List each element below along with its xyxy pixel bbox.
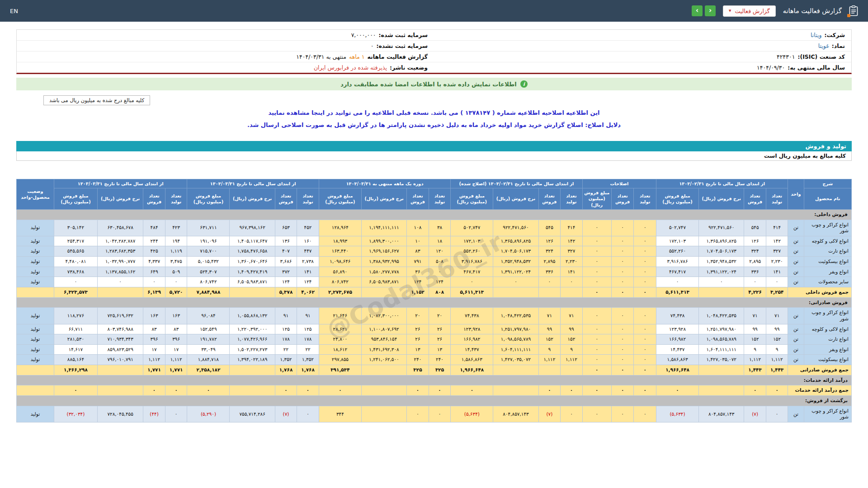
subcolumn-header: مبلغ فروش (میلیون ریال) xyxy=(451,188,493,210)
value-cell: ۱,۰۷۷,۴۲۶,۹۶۶ xyxy=(230,334,275,345)
value-cell: ۳۲۴ xyxy=(744,246,766,257)
value-cell: ۱۹۱,۰۹۶ xyxy=(187,236,230,246)
unit-cell: تن xyxy=(788,355,804,365)
value-cell: ۱۷۸ xyxy=(275,334,297,345)
value-cell: ۱۲۴ xyxy=(275,277,297,287)
value-cell: ۹۹ xyxy=(538,324,561,334)
product-name-cell: انواع بیسکوئیت xyxy=(804,257,851,267)
value-cell: ۱,۱۳۷,۸۵۵,۱۶۲ xyxy=(98,267,143,277)
unit-cell: تن xyxy=(788,308,804,324)
value-cell: (۵,۶۳۴) xyxy=(451,406,493,422)
value-cell: ۰ xyxy=(634,344,656,355)
value-cell: ۶,۱۳۹ xyxy=(143,287,165,298)
value-cell: ۶۳۰,۴۵۸,۶۷۸ xyxy=(98,220,143,236)
company-link[interactable]: ویتانا xyxy=(811,32,821,38)
period-group-header: دوره یک ماهه منتهی به ۱۴۰۴/۰۳/۳۱ xyxy=(319,179,450,188)
value-cell: ۰ xyxy=(611,277,634,287)
value-cell: ۱,۹۶۶,۶۴۸ xyxy=(656,365,699,375)
value-cell: ۰ xyxy=(634,324,656,334)
value-cell xyxy=(561,287,583,298)
value-cell: ۱۴,۶۱۷ xyxy=(54,344,97,355)
value-cell: ۱,۲۲۰,۳۹۲,۰۰۰ xyxy=(230,324,275,334)
report-period-rest: منتهی به ۱۴۰۴/۰۳/۳۱ xyxy=(296,53,346,60)
value-cell: (۷) xyxy=(744,406,766,422)
value-cell: ۳۲۵ xyxy=(429,365,451,375)
value-cell: ۱,۰۸۲,۳۰۰,۰۰۰ xyxy=(361,308,406,324)
value-cell: ۱,۴۰۹,۴۲۷,۴۱۹ xyxy=(230,267,275,277)
symbol-link[interactable]: غویتا xyxy=(818,42,829,49)
value-cell: ۵۴۵ xyxy=(744,220,766,236)
value-cell: ۴۱۴ xyxy=(561,220,583,236)
value-cell: ۵۰۹ xyxy=(165,267,187,277)
value-cell: ۱۳۶ xyxy=(275,236,297,246)
value-cell: ۳۳۶ xyxy=(744,267,766,277)
value-cell: ۱,۱۰۰,۸۰۷,۶۹۲ xyxy=(361,324,406,334)
language-en-link[interactable]: EN xyxy=(10,8,18,14)
value-cell: ۷۱ xyxy=(561,308,583,324)
value-cell: ۹۱ xyxy=(297,308,319,324)
value-cell: ۰ xyxy=(611,308,634,324)
value-cell: ۳۲۷ xyxy=(561,246,583,257)
status-cell: تولید xyxy=(17,344,54,355)
value-cell: ۶,۵۰۵,۹۸۳,۸۷۱ xyxy=(361,277,406,287)
status-cell: تولید xyxy=(17,277,54,287)
value-cell: ۱,۳۶۰,۶۷۰,۶۴۶ xyxy=(230,257,275,267)
value-cell: ۵۴۵ xyxy=(538,220,561,236)
value-cell: ۱,۹۶۹,۱۵۶,۶۲۷ xyxy=(361,246,406,257)
report-type-dropdown[interactable]: گزارش فعالیت ▼ xyxy=(723,5,776,17)
page-content: شرکت: ویتانا سرمایه ثبت شده: ۷,۰۰۰,۰۰۰ ن… xyxy=(0,22,868,422)
production-sales-section-header: تولید و فروش xyxy=(16,141,852,151)
page-title: گزارش فعالیت ماهانه xyxy=(783,7,842,14)
value-cell: ۹۱ xyxy=(275,308,297,324)
section-label: درآمد ارائه خدمات: xyxy=(17,375,852,385)
value-cell: ۴,۰۶۲ xyxy=(297,287,319,298)
value-cell: ۰ xyxy=(54,277,97,287)
value-cell: ۳,۶۸۶ xyxy=(275,257,297,267)
value-cell: ۰ xyxy=(98,277,143,287)
value-cell xyxy=(230,365,275,375)
value-cell: ۸۵۹,۸۲۳,۵۲۹ xyxy=(98,344,143,355)
value-cell xyxy=(361,365,406,375)
value-cell: ۴۶۷,۴۱۷ xyxy=(451,267,493,277)
status-cell: تولید xyxy=(17,355,54,365)
product-row: انواع لاکی و کلوچهتن۱۴۲۱۲۶۱,۳۶۵,۸۹۶,۸۲۵۱… xyxy=(17,236,852,246)
value-cell: ۱۲۵ xyxy=(297,324,319,334)
value-cell xyxy=(493,287,538,298)
value-cell: ۵,۳۷۸ xyxy=(275,287,297,298)
value-cell: ۰ xyxy=(634,246,656,257)
subcolumn-header: تعداد تولید xyxy=(429,188,451,210)
value-cell: ۰ xyxy=(766,406,788,422)
previous-version-link[interactable]: اینجا xyxy=(311,109,325,116)
value-cell: ۱۲۴ xyxy=(297,277,319,287)
period-group-header: از ابتدای سال مالی تا تاریخ ۱۴۰۴/۰۲/۳۱ (… xyxy=(451,179,582,188)
value-cell: ۱,۶۰۴,۱۱۱,۱۱۱ xyxy=(493,344,538,355)
company-info-grid: شرکت: ویتانا سرمایه ثبت شده: ۷,۰۰۰,۰۰۰ ن… xyxy=(17,30,851,73)
nav-back-button[interactable]: ‹ xyxy=(692,5,703,16)
value-cell: ۱۶۰ xyxy=(297,236,319,246)
value-cell: ۸۰۸ xyxy=(429,287,451,298)
nav-forward-button[interactable]: › xyxy=(705,5,716,16)
value-cell: ۱,۳۶۵,۸۹۶,۸۲۵ xyxy=(493,236,538,246)
value-cell: ۰ xyxy=(634,287,656,298)
product-name-cell: انواع بیسکوئیت xyxy=(804,355,851,365)
value-cell: ۷۴,۴۳۸ xyxy=(656,308,699,324)
value-cell: ۰ xyxy=(611,355,634,365)
value-cell: ۰ xyxy=(165,406,187,422)
product-row: انواع تارتتن۳۲۷۳۲۴۱,۷۰۴,۵۰۶,۱۷۳۵۵۲,۲۶۰۰۰… xyxy=(17,246,852,257)
value-cell: ۱,۷۵۸,۴۷۶,۶۵۸ xyxy=(230,246,275,257)
revision-notice-tail: مشاهده نمایید xyxy=(268,109,309,116)
value-cell: ۰ xyxy=(582,236,611,246)
value-cell: ۰ xyxy=(611,406,634,422)
section-row: برگشت از فروش: xyxy=(17,396,852,406)
value-cell: ۲,۸۹۵ xyxy=(744,257,766,267)
value-cell: ۲۴۰ xyxy=(429,355,451,365)
value-cell: ۰ xyxy=(582,365,611,375)
value-cell: ۵۵۲,۲۶۰ xyxy=(451,246,493,257)
value-cell: ۵۰۸ xyxy=(429,257,451,267)
value-cell: ۰ xyxy=(611,287,634,298)
total-label: جمع درآمد ارائه خدمات xyxy=(788,385,852,396)
value-cell: ۱۴۲ xyxy=(561,236,583,246)
value-cell: ۲۸۱,۵۳۰ xyxy=(54,334,97,345)
amounts-unit-note: کلیه مبالغ درج شده به میلیون ریال می باش… xyxy=(43,95,150,105)
value-cell: ۲۰ xyxy=(429,308,451,324)
